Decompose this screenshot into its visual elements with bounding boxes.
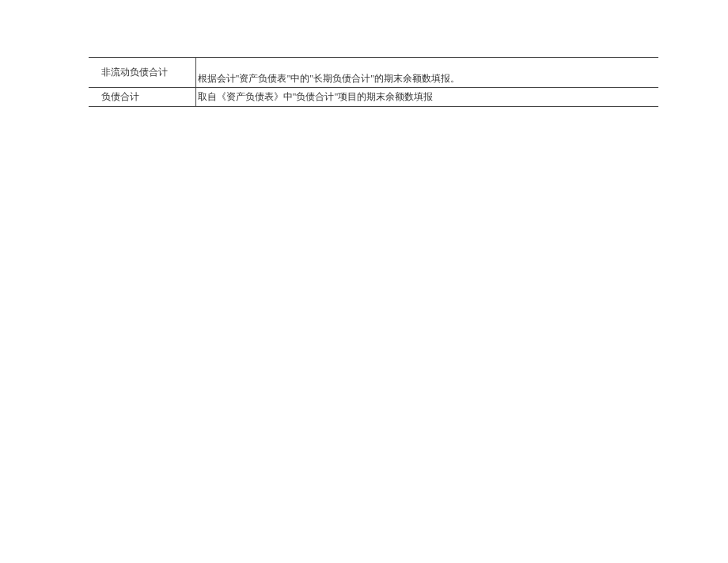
- liabilities-table: 非流动负债合计 根据会计"资产负债表"中的"长期负债合计"的期末余额数填报。 负…: [89, 57, 658, 107]
- row-label: 负债合计: [101, 91, 139, 102]
- row-label-cell: 非流动负债合计: [89, 58, 195, 88]
- row-desc-cell: 根据会计"资产负债表"中的"长期负债合计"的期末余额数填报。: [195, 58, 658, 88]
- row-label: 非流动负债合计: [101, 67, 168, 78]
- row-desc-cell: 取自《资产负债表》中"负债合计"项目的期末余额数填报: [195, 87, 658, 106]
- table-row: 非流动负债合计 根据会计"资产负债表"中的"长期负债合计"的期末余额数填报。: [89, 58, 658, 88]
- row-desc: 根据会计"资产负债表"中的"长期负债合计"的期末余额数填报。: [198, 73, 461, 84]
- row-desc: 取自《资产负债表》中"负债合计"项目的期末余额数填报: [198, 91, 434, 102]
- table-row: 负债合计 取自《资产负债表》中"负债合计"项目的期末余额数填报: [89, 87, 658, 106]
- row-label-cell: 负债合计: [89, 87, 195, 106]
- table: 非流动负债合计 根据会计"资产负债表"中的"长期负债合计"的期末余额数填报。 负…: [89, 57, 658, 107]
